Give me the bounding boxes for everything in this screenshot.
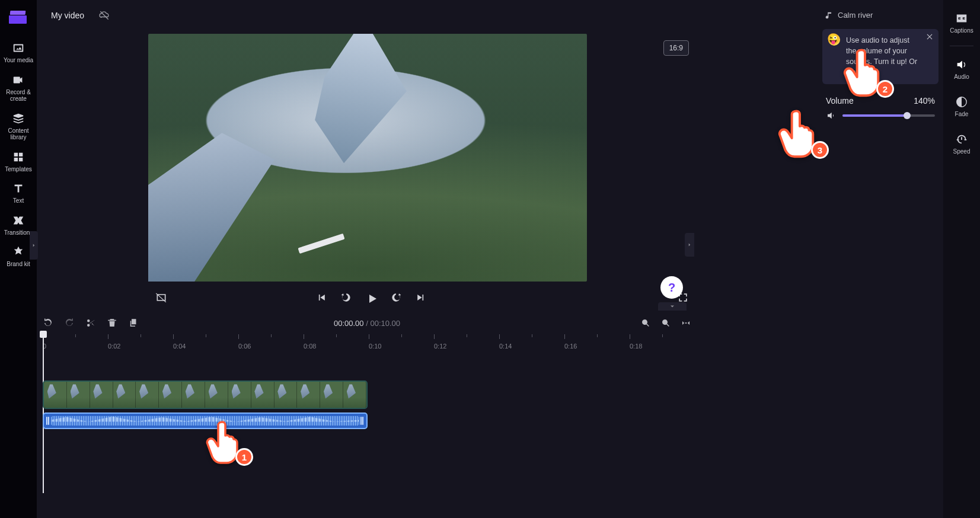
sidebar-label: Templates bbox=[5, 166, 32, 173]
help-button[interactable]: ? bbox=[660, 276, 683, 299]
redo-button[interactable] bbox=[64, 318, 75, 328]
music-note-icon bbox=[825, 11, 833, 20]
tip-close-button[interactable] bbox=[925, 33, 934, 44]
right-toolbar: Captions Audio Fade Speed bbox=[943, 0, 980, 518]
app-logo[interactable] bbox=[9, 11, 28, 24]
sidebar-label: Record & create bbox=[0, 89, 37, 103]
speed-tab[interactable]: Speed bbox=[943, 129, 980, 158]
left-sidebar: Your media Record & create Content libra… bbox=[0, 0, 37, 518]
sidebar-label: Transitions bbox=[4, 229, 33, 236]
annotation-hand-3: 3 bbox=[777, 105, 823, 161]
templates-icon bbox=[12, 151, 25, 164]
captions-tab[interactable]: Captions bbox=[943, 8, 980, 37]
sidebar-label: Your media bbox=[4, 57, 33, 64]
current-time: 00:00.00 bbox=[334, 319, 364, 328]
ruler-tick: 0:06 bbox=[238, 343, 251, 350]
timeline: 00:00.00 / 00:10.00 0 0:02 0:04 0:06 0:0… bbox=[37, 311, 697, 518]
sidebar-your-media[interactable]: Your media bbox=[0, 37, 37, 69]
right-panel-collapse[interactable] bbox=[685, 233, 694, 257]
timeline-toolbar: 00:00.00 / 00:10.00 bbox=[43, 313, 691, 333]
audio-waveform bbox=[51, 416, 359, 426]
speed-icon bbox=[955, 133, 968, 146]
sidebar-label: Text bbox=[13, 197, 24, 204]
audio-clip[interactable] bbox=[43, 413, 368, 429]
undo-button[interactable] bbox=[43, 318, 53, 328]
left-panel-expand[interactable] bbox=[30, 231, 38, 260]
camera-icon bbox=[12, 73, 25, 87]
ruler-tick: 0:02 bbox=[108, 343, 120, 350]
sidebar-label: Content library bbox=[0, 127, 37, 141]
clip-handle-left[interactable] bbox=[46, 417, 50, 425]
tip-emoji-icon bbox=[828, 34, 840, 46]
volume-value: 140% bbox=[914, 96, 935, 105]
zoom-out-button[interactable] bbox=[640, 318, 651, 328]
ruler-tick: 0:04 bbox=[173, 343, 186, 350]
play-button[interactable] bbox=[365, 292, 377, 303]
skip-end-icon[interactable] bbox=[415, 292, 427, 303]
volume-slider-thumb[interactable] bbox=[904, 112, 911, 119]
audio-tab[interactable]: Audio bbox=[943, 55, 980, 84]
media-icon bbox=[12, 41, 25, 55]
selected-track-name: Calm river bbox=[820, 8, 941, 22]
ruler-tick: 0:14 bbox=[499, 343, 512, 350]
tip-text: Use audio to adjust the volume of your s… bbox=[846, 36, 917, 76]
transitions-icon bbox=[12, 214, 25, 227]
sidebar-record-create[interactable]: Record & create bbox=[0, 69, 37, 107]
volume-slider[interactable] bbox=[842, 114, 935, 117]
captions-icon bbox=[955, 12, 968, 25]
timeline-ruler[interactable]: 0 0:02 0:04 0:06 0:08 0:10 0:12 0:14 0:1… bbox=[43, 334, 691, 350]
clip-handle-right[interactable] bbox=[360, 417, 364, 425]
sidebar-templates[interactable]: Templates bbox=[0, 146, 37, 178]
brandkit-icon bbox=[12, 245, 25, 258]
timeline-time-display: 00:00.00 / 00:10.00 bbox=[334, 319, 400, 328]
speaker-icon[interactable] bbox=[826, 110, 837, 121]
hide-overlays-icon[interactable] bbox=[155, 292, 167, 303]
ruler-tick: 0:16 bbox=[564, 343, 577, 350]
player-controls bbox=[45, 284, 697, 311]
ruler-tick: 0:08 bbox=[304, 343, 316, 350]
tip-card: Use audio to adjust the volume of your s… bbox=[822, 29, 938, 84]
video-title-input[interactable]: My video bbox=[44, 7, 91, 24]
library-icon bbox=[12, 112, 25, 125]
skip-start-icon[interactable] bbox=[315, 292, 327, 303]
cloud-sync-off-icon[interactable] bbox=[98, 9, 110, 21]
video-preview[interactable] bbox=[148, 34, 587, 282]
volume-label: Volume bbox=[826, 96, 854, 105]
fit-timeline-button[interactable] bbox=[681, 318, 691, 328]
sidebar-content-library[interactable]: Content library bbox=[0, 107, 37, 146]
aspect-ratio-button[interactable]: 16:9 bbox=[663, 40, 689, 56]
preview-pane: 16:9 bbox=[45, 31, 697, 309]
forward-icon[interactable] bbox=[390, 292, 402, 303]
video-clip[interactable] bbox=[43, 380, 368, 409]
delete-button[interactable] bbox=[107, 318, 117, 328]
panel-collapse-down[interactable] bbox=[658, 302, 687, 311]
sidebar-label: Brand kit bbox=[7, 261, 30, 268]
fade-tab[interactable]: Fade bbox=[943, 92, 980, 121]
sidebar-text[interactable]: Text bbox=[0, 177, 37, 209]
split-button[interactable] bbox=[85, 318, 96, 328]
rewind-icon[interactable] bbox=[340, 292, 352, 303]
text-icon bbox=[12, 182, 25, 195]
duration: 00:10.00 bbox=[370, 319, 400, 328]
ruler-tick: 0:12 bbox=[434, 343, 446, 350]
duplicate-button[interactable] bbox=[128, 318, 139, 328]
fade-icon bbox=[955, 95, 968, 108]
zoom-in-button[interactable] bbox=[660, 318, 671, 328]
audio-properties-panel: Calm river Use audio to adjust the volum… bbox=[818, 0, 943, 518]
ruler-tick: 0:18 bbox=[630, 343, 642, 350]
ruler-tick: 0:10 bbox=[369, 343, 381, 350]
audio-icon bbox=[955, 58, 968, 71]
